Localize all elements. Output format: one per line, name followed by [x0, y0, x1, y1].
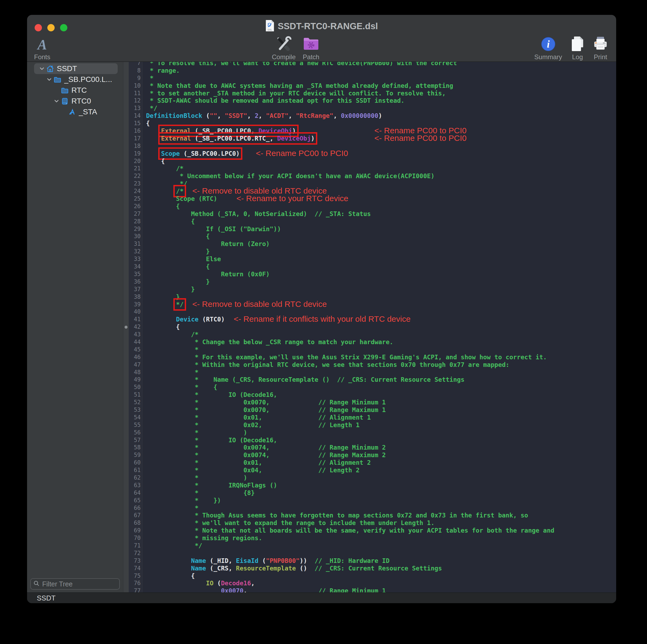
line-number: 51 [129, 391, 143, 399]
code-line-8: 8 * range. [129, 67, 616, 75]
code-line-71: 71 */ [129, 542, 616, 550]
line-number: 28 [129, 218, 143, 226]
serif-a-icon: A [38, 37, 47, 53]
line-number: 27 [129, 210, 143, 218]
code-line-51: 51 * IO (Decode16, [129, 391, 616, 399]
code-line-32: 32 } [129, 248, 616, 255]
tree-item-ssdt[interactable]: SSDT [34, 63, 118, 74]
code-line-35: 35 Return (0x0F) [129, 271, 616, 278]
log-label: Log [572, 53, 583, 61]
dsl-document-icon: DSL [265, 20, 275, 33]
line-number: 65 [129, 497, 143, 504]
code-line-33: 33 Else [129, 255, 616, 263]
chevron-down-icon[interactable] [45, 76, 53, 83]
code-line-19: 19 Scope (_SB.PC00.LPC0)<- Rename PC00 t… [129, 150, 616, 158]
code-editor[interactable]: 7 * To resolve this, we'll want to creat… [129, 62, 616, 592]
minimize-button[interactable] [47, 24, 55, 31]
fonts-button[interactable]: A Fonts [34, 35, 50, 61]
line-number: 11 [129, 90, 143, 97]
line-number: 14 [129, 112, 143, 120]
code-line-46: 46 * For this example, we'll use the Asu… [129, 354, 616, 361]
print-button[interactable]: Print [593, 35, 608, 61]
line-number: 59 [129, 452, 143, 459]
code-line-20: 20 { [129, 158, 616, 165]
title-bar[interactable]: DSL SSDT-RTC0-RANGE.dsl [27, 15, 616, 35]
line-number: 22 [129, 172, 143, 180]
line-number: 44 [129, 338, 143, 346]
print-label: Print [594, 53, 607, 61]
line-number: 31 [129, 240, 143, 248]
line-number: 57 [129, 436, 143, 444]
line-number: 48 [129, 369, 143, 376]
line-number: 66 [129, 504, 143, 512]
red-highlight-box: /* [176, 188, 184, 195]
code-line-54: 54 * 0x01, // Alignment 1 [129, 414, 616, 421]
compile-button[interactable]: Compile [272, 35, 296, 61]
app-window: DSL SSDT-RTC0-RANGE.dsl A Fonts [27, 15, 616, 603]
filter-tree-box [30, 578, 120, 590]
code-line-64: 64 * {8} [129, 489, 616, 497]
red-highlight-box: External (_SB_.PC00.LPC0, DeviceObj) [161, 127, 296, 134]
toolbar: A Fonts Compile [27, 35, 616, 62]
code-line-36: 36 } [129, 278, 616, 286]
code-line-49: 49 * Name (_CRS, ResourceTemplate () // … [129, 376, 616, 384]
device-icon [61, 97, 70, 105]
code-line-57: 57 * IO (Decode16, [129, 436, 616, 444]
code-line-10: 10 * Note that due to AWAC systems havin… [129, 82, 616, 90]
red-highlight-box: Scope (_SB.PC00.LPC0) [161, 150, 240, 157]
code-line-34: 34 { [129, 263, 616, 271]
line-number: 52 [129, 399, 143, 406]
line-number: 55 [129, 421, 143, 429]
code-line-42: 42 { [129, 323, 616, 331]
code-line-9: 9 * [129, 75, 616, 82]
code-line-53: 53 * 0x0070, // Range Maximum 1 [129, 406, 616, 414]
line-number: 25 [129, 195, 143, 203]
code-line-72: 72 [129, 550, 616, 557]
code-line-48: 48 * [129, 369, 616, 376]
printer-icon [593, 36, 608, 53]
code-line-47: 47 * Within the original RTC device, we … [129, 361, 616, 369]
title-group: DSL SSDT-RTC0-RANGE.dsl [265, 20, 378, 33]
line-number: 45 [129, 346, 143, 354]
acpi-tree[interactable]: SSDT_SB.PC00.L...RTCRTC0_STA [27, 62, 123, 576]
line-number: 77 [129, 587, 143, 592]
code-lines: 7 * To resolve this, we'll want to creat… [129, 62, 616, 592]
code-line-18: 18 [129, 143, 616, 150]
line-number: 18 [129, 143, 143, 150]
log-button[interactable]: Log [570, 35, 585, 61]
code-line-41: 41 Device (RTC0)<- Rename if it conflict… [129, 316, 616, 323]
tree-item-label: RTC0 [71, 97, 91, 105]
line-number: 21 [129, 165, 143, 172]
line-number: 26 [129, 203, 143, 210]
sidebar-splitter[interactable] [123, 62, 129, 592]
line-number: 10 [129, 82, 143, 90]
red-annotation: <- Rename to your RTC device [236, 195, 348, 202]
folder-icon [53, 75, 63, 84]
filter-tree-input[interactable] [42, 580, 117, 588]
splitter-handle-icon [125, 326, 128, 329]
tree-item-rtc[interactable]: RTC [34, 85, 118, 96]
line-number: 17 [129, 135, 143, 143]
chevron-down-icon[interactable] [38, 65, 46, 72]
close-button[interactable] [34, 24, 42, 31]
line-number: 15 [129, 120, 143, 127]
code-line-12: 12 * SSDT-AWAC should be removed and ins… [129, 97, 616, 105]
line-number: 37 [129, 286, 143, 293]
folder-icon [61, 86, 70, 95]
code-line-58: 58 * 0x0074, // Range Minimum 2 [129, 444, 616, 452]
summary-button[interactable]: i Summary [534, 35, 562, 61]
search-icon [33, 580, 40, 587]
chevron-down-icon[interactable] [53, 98, 61, 104]
zoom-button[interactable] [60, 24, 67, 31]
line-number: 64 [129, 489, 143, 497]
code-line-37: 37 } [129, 286, 616, 293]
tree-item--sta[interactable]: _STA [34, 106, 118, 117]
line-number: 67 [129, 512, 143, 519]
patch-button[interactable]: Patch [303, 35, 319, 61]
line-number: 29 [129, 226, 143, 233]
status-bar: SSDT [27, 592, 616, 603]
tree-item-rtc0[interactable]: RTC0 [34, 96, 118, 106]
code-line-68: 68 * we'll want to expand the range to i… [129, 519, 616, 527]
tree-item--sb-pc00-l-[interactable]: _SB.PC00.L... [34, 74, 118, 85]
code-line-74: 74 Name (_CRS, ResourceTemplate () // _C… [129, 565, 616, 572]
